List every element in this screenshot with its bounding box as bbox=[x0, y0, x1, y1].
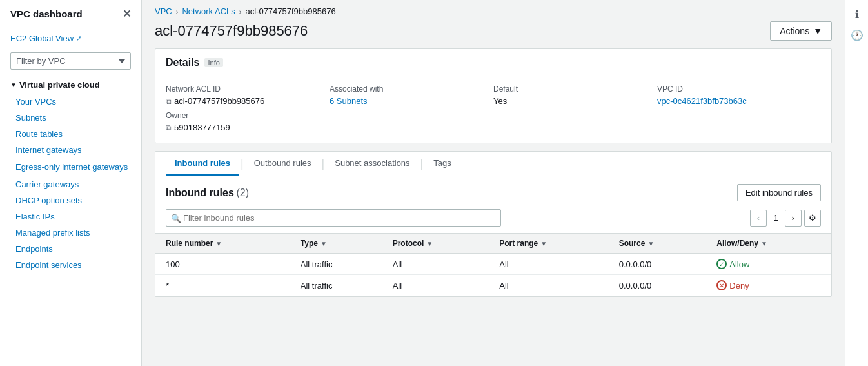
table-header-row: Rule number ▼ Type ▼ Protocol ▼ bbox=[155, 234, 831, 254]
tab-sep-2: | bbox=[321, 157, 326, 170]
sidebar-item-internet-gateways[interactable]: Internet gateways bbox=[0, 142, 141, 158]
detail-vpc-id-value: vpc-0c4621f3bfb73b63c bbox=[657, 96, 813, 106]
cell-port-range: All bbox=[489, 254, 608, 275]
breadcrumb-sep-2: › bbox=[239, 8, 242, 15]
detail-vpc-id-label: VPC ID bbox=[657, 85, 813, 94]
details-card: Details Info Network ACL ID ⧉ acl-077475… bbox=[155, 48, 832, 143]
col-sort-protocol[interactable]: Protocol ▼ bbox=[393, 239, 433, 248]
cell-allow-deny: ✕ Deny bbox=[706, 275, 831, 296]
sidebar-item-endpoints[interactable]: Endpoints bbox=[0, 241, 141, 257]
breadcrumb: VPC › Network ACLs › acl-0774757f9bb9856… bbox=[142, 0, 845, 19]
chevron-down-icon: ▼ bbox=[10, 81, 17, 88]
col-sort-source[interactable]: Source ▼ bbox=[619, 239, 655, 248]
next-page-button[interactable]: › bbox=[785, 210, 802, 227]
col-sort-allow-deny[interactable]: Allow/Deny ▼ bbox=[716, 239, 767, 248]
col-protocol: Protocol ▼ bbox=[382, 234, 489, 254]
cell-protocol: All bbox=[382, 254, 489, 275]
tab-subnet-associations[interactable]: Subnet associations bbox=[326, 152, 419, 176]
sidebar-header: VPC dashboard ✕ bbox=[0, 0, 141, 28]
page-number: 1 bbox=[769, 213, 782, 223]
detail-default-value: Yes bbox=[493, 96, 649, 106]
copy-icon-owner[interactable]: ⧉ bbox=[166, 123, 172, 132]
sidebar-item-route-tables[interactable]: Route tables bbox=[0, 126, 141, 142]
info-icon-button[interactable]: ℹ bbox=[848, 5, 866, 23]
page-header: acl-0774757f9bb985676 Actions ▼ bbox=[142, 19, 845, 48]
deny-badge: ✕ Deny bbox=[716, 280, 821, 290]
deny-label: Deny bbox=[729, 281, 749, 290]
sidebar-close-button[interactable]: ✕ bbox=[123, 8, 131, 20]
copy-icon-acl-id[interactable]: ⧉ bbox=[166, 97, 172, 106]
cell-source: 0.0.0.0/0 bbox=[609, 275, 707, 296]
sidebar-item-your-vpcs[interactable]: Your VPCs bbox=[0, 94, 141, 110]
col-sort-type[interactable]: Type ▼ bbox=[301, 239, 327, 248]
filter-inbound-rules-input[interactable] bbox=[166, 209, 501, 227]
col-port-range: Port range ▼ bbox=[489, 234, 608, 254]
rules-count: (2) bbox=[236, 187, 249, 198]
col-allow-deny: Allow/Deny ▼ bbox=[706, 234, 831, 254]
sidebar-item-subnets[interactable]: Subnets bbox=[0, 110, 141, 126]
col-rule-number: Rule number ▼ bbox=[155, 234, 290, 254]
cell-source: 0.0.0.0/0 bbox=[609, 254, 707, 275]
detail-owner: Owner ⧉ 590183777159 bbox=[166, 108, 330, 135]
sidebar-group-virtual-private-cloud[interactable]: ▼ Virtual private cloud bbox=[0, 76, 141, 94]
associated-subnets-link[interactable]: 6 Subnets bbox=[330, 96, 368, 106]
col-sort-port-range[interactable]: Port range ▼ bbox=[499, 239, 547, 248]
cell-type: All traffic bbox=[290, 275, 382, 296]
tab-tags[interactable]: Tags bbox=[424, 152, 460, 176]
inbound-rules-section: Inbound rules (2) Edit inbound rules 🔍 ‹… bbox=[155, 176, 831, 296]
cell-rule-number: * bbox=[155, 275, 290, 296]
breadcrumb-network-acls-link[interactable]: Network ACLs bbox=[182, 6, 235, 16]
sidebar-item-ec2-global-view[interactable]: EC2 Global View ↗ bbox=[0, 28, 141, 48]
cell-rule-number: 100 bbox=[155, 254, 290, 275]
breadcrumb-sep-1: › bbox=[176, 8, 179, 15]
detail-owner-label: Owner bbox=[166, 111, 322, 120]
col-sort-rule-number[interactable]: Rule number ▼ bbox=[166, 239, 222, 248]
sidebar-item-elastic-ips[interactable]: Elastic IPs bbox=[0, 208, 141, 225]
info-icon: ℹ bbox=[855, 8, 859, 21]
right-sidebar: ℹ 🕐 bbox=[845, 0, 868, 366]
breadcrumb-current: acl-0774757f9bb985676 bbox=[245, 6, 335, 16]
tabs-bar: Inbound rules | Outbound rules | Subnet … bbox=[155, 152, 831, 176]
tab-outbound-rules[interactable]: Outbound rules bbox=[245, 152, 321, 176]
edit-inbound-rules-button[interactable]: Edit inbound rules bbox=[737, 184, 821, 201]
detail-associated-with-value: 6 Subnets bbox=[330, 96, 486, 106]
cell-protocol: All bbox=[382, 275, 489, 296]
sort-icon-type: ▼ bbox=[321, 240, 327, 247]
sidebar-item-dhcp-option-sets[interactable]: DHCP option sets bbox=[0, 192, 141, 208]
inbound-rules-table: Rule number ▼ Type ▼ Protocol ▼ bbox=[155, 233, 831, 296]
filter-vpc-wrapper: Filter by VPC bbox=[0, 48, 141, 76]
clock-icon: 🕐 bbox=[851, 29, 863, 41]
table-row: 100 All traffic All All 0.0.0.0/0 ✓ Allo… bbox=[155, 254, 831, 275]
sort-icon-source: ▼ bbox=[647, 240, 654, 247]
details-card-header: Details Info bbox=[155, 49, 831, 74]
sidebar-item-egress-gateways[interactable]: Egress-only internet gateways bbox=[0, 158, 141, 176]
tabs-and-content: Inbound rules | Outbound rules | Subnet … bbox=[155, 151, 832, 297]
allow-circle-icon: ✓ bbox=[716, 259, 727, 269]
prev-page-button[interactable]: ‹ bbox=[750, 210, 767, 227]
cell-allow-deny: ✓ Allow bbox=[706, 254, 831, 275]
actions-label: Actions bbox=[780, 26, 809, 36]
col-type: Type ▼ bbox=[290, 234, 382, 254]
sidebar-item-managed-prefix-lists[interactable]: Managed prefix lists bbox=[0, 225, 141, 241]
actions-button[interactable]: Actions ▼ bbox=[770, 21, 832, 41]
info-badge[interactable]: Info bbox=[204, 58, 222, 67]
detail-network-acl-id-label: Network ACL ID bbox=[166, 85, 322, 94]
vpc-id-link[interactable]: vpc-0c4621f3bfb73b63c bbox=[657, 96, 747, 106]
sort-icon-allow-deny: ▼ bbox=[761, 240, 767, 247]
external-link-icon: ↗ bbox=[76, 34, 82, 43]
sidebar: VPC dashboard ✕ EC2 Global View ↗ Filter… bbox=[0, 0, 142, 366]
ec2-global-label: EC2 Global View bbox=[10, 34, 74, 43]
filter-vpc-select[interactable]: Filter by VPC bbox=[10, 52, 131, 70]
sidebar-item-carrier-gateways[interactable]: Carrier gateways bbox=[0, 176, 141, 192]
sort-icon-port-range: ▼ bbox=[540, 240, 547, 247]
sidebar-title: VPC dashboard bbox=[10, 8, 83, 19]
table-settings-button[interactable]: ⚙ bbox=[804, 210, 821, 227]
breadcrumb-vpc-link[interactable]: VPC bbox=[155, 6, 172, 16]
detail-vpc-id: VPC ID vpc-0c4621f3bfb73b63c bbox=[657, 82, 821, 108]
sidebar-item-endpoint-services[interactable]: Endpoint services bbox=[0, 257, 141, 273]
cell-port-range: All bbox=[489, 275, 608, 296]
history-icon-button[interactable]: 🕐 bbox=[848, 26, 866, 44]
rules-title: Inbound rules bbox=[166, 187, 234, 198]
tab-inbound-rules[interactable]: Inbound rules bbox=[166, 152, 239, 176]
col-source: Source ▼ bbox=[609, 234, 707, 254]
